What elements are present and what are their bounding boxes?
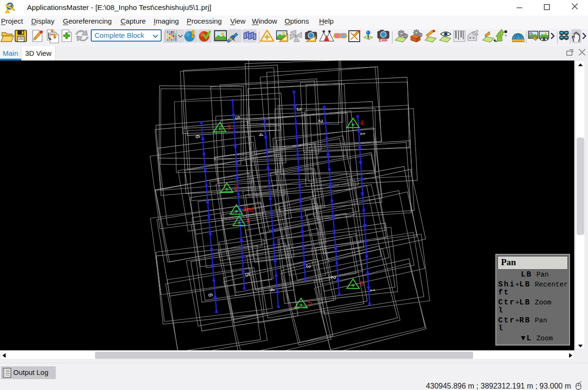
svg-text:5: 5 <box>308 299 312 307</box>
svg-text:5: 5 <box>234 116 241 119</box>
svg-text:1: 1 <box>359 132 366 135</box>
svg-text:kzd: kzd <box>243 206 254 213</box>
svg-text:3: 3 <box>305 264 312 268</box>
svg-text:6: 6 <box>194 135 201 138</box>
svg-text:2: 2 <box>330 276 337 279</box>
svg-text:4: 4 <box>269 288 276 291</box>
svg-text:6: 6 <box>207 293 214 296</box>
svg-text:5: 5 <box>244 273 251 276</box>
svg-text:6: 6 <box>360 280 364 287</box>
svg-text:3: 3 <box>227 123 231 131</box>
svg-text:4: 4 <box>258 133 265 136</box>
svg-text:2: 2 <box>234 184 238 191</box>
svg-text:2: 2 <box>317 119 324 122</box>
svg-text:4: 4 <box>360 119 364 127</box>
svg-text:3: 3 <box>295 107 303 111</box>
svg-text:EXIF: EXIF <box>379 38 388 43</box>
svg-text:1: 1 <box>369 288 376 292</box>
svg-text:1: 1 <box>246 217 250 225</box>
